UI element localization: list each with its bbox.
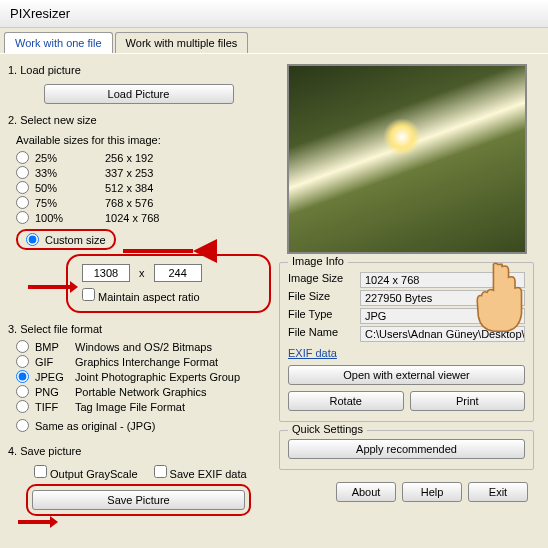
- size-pct: 75%: [35, 197, 75, 209]
- size-pct: 33%: [35, 167, 75, 179]
- size-dim: 256 x 192: [105, 152, 153, 164]
- image-info-title: Image Info: [288, 255, 348, 267]
- fmt-radio-png[interactable]: [16, 385, 29, 398]
- size-dim: 512 x 384: [105, 182, 153, 194]
- grayscale-label: Output GrayScale: [50, 468, 137, 480]
- window-title: PIXresizer: [0, 0, 548, 28]
- info-val-name: C:\Users\Adnan Güney\Desktop\ma: [360, 326, 525, 342]
- quick-settings-group: Quick Settings Apply recommended: [279, 430, 534, 470]
- exif-checkbox[interactable]: [154, 465, 167, 478]
- size-pct: 25%: [35, 152, 75, 164]
- image-info-group: Image Info Image Size1024 x 768 File Siz…: [279, 262, 534, 422]
- info-key: File Size: [288, 290, 360, 306]
- size-dim: 768 x 576: [105, 197, 153, 209]
- custom-size-radio[interactable]: [26, 233, 39, 246]
- x-separator: x: [133, 267, 151, 279]
- info-val-filesize: 227950 Bytes: [360, 290, 525, 306]
- open-external-button[interactable]: Open with external viewer: [288, 365, 525, 385]
- custom-size-label: Custom size: [45, 234, 106, 246]
- load-picture-button[interactable]: Load Picture: [44, 84, 234, 104]
- fmt-desc: Windows and OS/2 Bitmaps: [75, 341, 212, 353]
- about-button[interactable]: About: [336, 482, 396, 502]
- fmt-same-label: Same as original - (JPG): [35, 420, 155, 432]
- step2-title: 2. Select new size: [6, 110, 271, 130]
- step1-title: 1. Load picture: [6, 60, 271, 80]
- exif-data-link[interactable]: EXIF data: [288, 347, 337, 359]
- tab-one-file[interactable]: Work with one file: [4, 32, 113, 53]
- fmt-desc: Portable Network Graphics: [75, 386, 206, 398]
- custom-size-panel: x Maintain aspect ratio: [66, 254, 271, 313]
- apply-recommended-button[interactable]: Apply recommended: [288, 439, 525, 459]
- fmt-desc: Graphics Interchange Format: [75, 356, 218, 368]
- fmt-radio-jpeg[interactable]: [16, 370, 29, 383]
- help-button[interactable]: Help: [402, 482, 462, 502]
- image-preview: [287, 64, 527, 254]
- info-key: Image Size: [288, 272, 360, 288]
- info-key: File Type: [288, 308, 360, 324]
- size-radio-25[interactable]: [16, 151, 29, 164]
- tab-bar: Work with one file Work with multiple fi…: [0, 28, 548, 54]
- fmt-radio-bmp[interactable]: [16, 340, 29, 353]
- tab-multiple-files[interactable]: Work with multiple files: [115, 32, 249, 53]
- size-radio-50[interactable]: [16, 181, 29, 194]
- exif-label: Save EXIF data: [170, 468, 247, 480]
- info-key: File Name: [288, 326, 360, 342]
- aspect-ratio-checkbox[interactable]: [82, 288, 95, 301]
- print-button[interactable]: Print: [410, 391, 526, 411]
- fmt-code: BMP: [35, 341, 75, 353]
- save-picture-button[interactable]: Save Picture: [32, 490, 245, 510]
- size-radio-75[interactable]: [16, 196, 29, 209]
- step3-title: 3. Select file format: [6, 319, 271, 339]
- fmt-radio-tiff[interactable]: [16, 400, 29, 413]
- fmt-desc: Joint Photographic Experts Group: [75, 371, 240, 383]
- size-pct: 100%: [35, 212, 75, 224]
- size-radio-100[interactable]: [16, 211, 29, 224]
- fmt-code: TIFF: [35, 401, 75, 413]
- grayscale-checkbox[interactable]: [34, 465, 47, 478]
- size-dim: 1024 x 768: [105, 212, 159, 224]
- rotate-button[interactable]: Rotate: [288, 391, 404, 411]
- aspect-ratio-label: Maintain aspect ratio: [98, 291, 200, 303]
- fmt-desc: Tag Image File Format: [75, 401, 185, 413]
- size-dim: 337 x 253: [105, 167, 153, 179]
- fmt-code: GIF: [35, 356, 75, 368]
- exit-button[interactable]: Exit: [468, 482, 528, 502]
- quick-settings-title: Quick Settings: [288, 423, 367, 435]
- size-radio-33[interactable]: [16, 166, 29, 179]
- height-input[interactable]: [154, 264, 202, 282]
- available-sizes-label: Available sizes for this image:: [14, 130, 271, 150]
- fmt-code: PNG: [35, 386, 75, 398]
- size-pct: 50%: [35, 182, 75, 194]
- fmt-radio-same[interactable]: [16, 419, 29, 432]
- fmt-radio-gif[interactable]: [16, 355, 29, 368]
- step4-title: 4. Save picture: [6, 441, 271, 461]
- width-input[interactable]: [82, 264, 130, 282]
- fmt-code: JPEG: [35, 371, 75, 383]
- info-val-type: JPG: [360, 308, 525, 324]
- info-val-size: 1024 x 768: [360, 272, 525, 288]
